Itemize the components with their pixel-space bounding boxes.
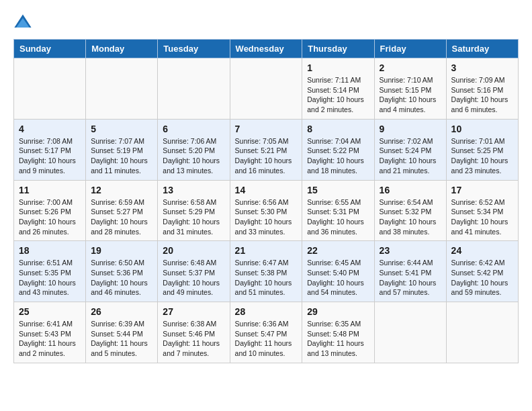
calendar-cell: 25Sunrise: 6:41 AM Sunset: 5:43 PM Dayli… [14,302,86,363]
day-info: Sunrise: 6:51 AM Sunset: 5:35 PM Dayligh… [19,258,81,298]
calendar-cell: 12Sunrise: 6:59 AM Sunset: 5:27 PM Dayli… [86,180,158,241]
day-info: Sunrise: 6:36 AM Sunset: 5:47 PM Dayligh… [235,319,298,359]
day-number: 23 [380,245,441,256]
calendar-week-4: 25Sunrise: 6:41 AM Sunset: 5:43 PM Dayli… [14,302,519,363]
day-info: Sunrise: 6:59 AM Sunset: 5:27 PM Dayligh… [91,197,152,237]
logo-icon [13,13,32,32]
header-friday: Friday [374,40,446,58]
calendar-cell [446,302,518,363]
day-number: 17 [451,185,513,195]
day-number: 25 [19,306,81,317]
day-info: Sunrise: 7:01 AM Sunset: 5:25 PM Dayligh… [451,136,513,176]
day-info: Sunrise: 6:35 AM Sunset: 5:48 PM Dayligh… [307,319,369,359]
logo [13,13,35,32]
day-number: 22 [307,245,369,256]
header-thursday: Thursday [302,40,374,58]
day-number: 12 [91,185,152,195]
calendar-cell: 8Sunrise: 7:04 AM Sunset: 5:22 PM Daylig… [302,119,374,180]
day-info: Sunrise: 7:06 AM Sunset: 5:20 PM Dayligh… [163,136,224,176]
day-info: Sunrise: 6:39 AM Sunset: 5:44 PM Dayligh… [91,319,152,359]
day-info: Sunrise: 7:10 AM Sunset: 5:15 PM Dayligh… [380,75,441,115]
day-info: Sunrise: 6:47 AM Sunset: 5:38 PM Dayligh… [235,258,298,298]
calendar-cell: 3Sunrise: 7:09 AM Sunset: 5:16 PM Daylig… [446,58,518,120]
calendar-cell: 1Sunrise: 7:11 AM Sunset: 5:14 PM Daylig… [302,58,374,120]
calendar-cell: 24Sunrise: 6:42 AM Sunset: 5:42 PM Dayli… [446,241,518,302]
calendar-cell [374,302,446,363]
calendar-week-3: 18Sunrise: 6:51 AM Sunset: 5:35 PM Dayli… [14,241,519,302]
calendar-cell: 27Sunrise: 6:38 AM Sunset: 5:46 PM Dayli… [158,302,230,363]
calendar-week-0: 1Sunrise: 7:11 AM Sunset: 5:14 PM Daylig… [14,58,519,120]
day-info: Sunrise: 6:38 AM Sunset: 5:46 PM Dayligh… [163,319,224,359]
day-info: Sunrise: 7:08 AM Sunset: 5:17 PM Dayligh… [19,136,81,176]
calendar-cell [14,58,86,120]
calendar-cell: 23Sunrise: 6:44 AM Sunset: 5:41 PM Dayli… [374,241,446,302]
day-number: 10 [451,124,513,134]
calendar-cell: 21Sunrise: 6:47 AM Sunset: 5:38 PM Dayli… [230,241,302,302]
day-number: 9 [380,124,441,134]
day-number: 4 [19,124,81,134]
calendar-cell: 29Sunrise: 6:35 AM Sunset: 5:48 PM Dayli… [302,302,374,363]
day-info: Sunrise: 6:48 AM Sunset: 5:37 PM Dayligh… [163,258,224,298]
calendar-table: SundayMondayTuesdayWednesdayThursdayFrid… [13,39,519,363]
day-number: 27 [163,306,224,317]
day-info: Sunrise: 6:50 AM Sunset: 5:36 PM Dayligh… [91,258,152,298]
day-info: Sunrise: 6:54 AM Sunset: 5:32 PM Dayligh… [380,197,441,237]
day-info: Sunrise: 6:58 AM Sunset: 5:29 PM Dayligh… [163,197,224,237]
calendar-week-1: 4Sunrise: 7:08 AM Sunset: 5:17 PM Daylig… [14,119,519,180]
day-info: Sunrise: 6:55 AM Sunset: 5:31 PM Dayligh… [307,197,369,237]
day-number: 2 [380,62,441,73]
day-info: Sunrise: 7:04 AM Sunset: 5:22 PM Dayligh… [307,136,369,176]
header-tuesday: Tuesday [158,40,230,58]
day-info: Sunrise: 6:44 AM Sunset: 5:41 PM Dayligh… [380,258,441,298]
calendar-cell: 5Sunrise: 7:07 AM Sunset: 5:19 PM Daylig… [86,119,158,180]
day-number: 24 [451,245,513,256]
day-number: 16 [380,185,441,195]
day-info: Sunrise: 7:00 AM Sunset: 5:26 PM Dayligh… [19,197,81,237]
day-info: Sunrise: 7:07 AM Sunset: 5:19 PM Dayligh… [91,136,152,176]
day-number: 26 [91,306,152,317]
day-number: 18 [19,245,81,256]
calendar-cell: 19Sunrise: 6:50 AM Sunset: 5:36 PM Dayli… [86,241,158,302]
day-number: 6 [163,124,224,134]
day-number: 7 [235,124,298,134]
page-header [13,13,519,32]
header-wednesday: Wednesday [230,40,302,58]
day-info: Sunrise: 7:05 AM Sunset: 5:21 PM Dayligh… [235,136,298,176]
calendar-cell: 26Sunrise: 6:39 AM Sunset: 5:44 PM Dayli… [86,302,158,363]
day-info: Sunrise: 6:41 AM Sunset: 5:43 PM Dayligh… [19,319,81,359]
day-number: 8 [307,124,369,134]
day-number: 1 [307,62,369,73]
header-saturday: Saturday [446,40,518,58]
calendar-cell: 28Sunrise: 6:36 AM Sunset: 5:47 PM Dayli… [230,302,302,363]
calendar-cell: 14Sunrise: 6:56 AM Sunset: 5:30 PM Dayli… [230,180,302,241]
calendar-cell: 20Sunrise: 6:48 AM Sunset: 5:37 PM Dayli… [158,241,230,302]
day-number: 28 [235,306,298,317]
day-number: 21 [235,245,298,256]
day-number: 13 [163,185,224,195]
day-number: 3 [451,62,513,73]
day-info: Sunrise: 6:42 AM Sunset: 5:42 PM Dayligh… [451,258,513,298]
calendar-cell: 16Sunrise: 6:54 AM Sunset: 5:32 PM Dayli… [374,180,446,241]
calendar-cell: 22Sunrise: 6:45 AM Sunset: 5:40 PM Dayli… [302,241,374,302]
day-info: Sunrise: 7:11 AM Sunset: 5:14 PM Dayligh… [307,75,369,115]
day-number: 29 [307,306,369,317]
day-info: Sunrise: 6:45 AM Sunset: 5:40 PM Dayligh… [307,258,369,298]
calendar-cell: 17Sunrise: 6:52 AM Sunset: 5:34 PM Dayli… [446,180,518,241]
calendar-cell: 10Sunrise: 7:01 AM Sunset: 5:25 PM Dayli… [446,119,518,180]
calendar-cell [86,58,158,120]
calendar-cell [230,58,302,120]
day-number: 5 [91,124,152,134]
day-info: Sunrise: 7:02 AM Sunset: 5:24 PM Dayligh… [380,136,441,176]
day-number: 15 [307,185,369,195]
calendar-cell: 13Sunrise: 6:58 AM Sunset: 5:29 PM Dayli… [158,180,230,241]
day-number: 20 [163,245,224,256]
calendar-cell: 15Sunrise: 6:55 AM Sunset: 5:31 PM Dayli… [302,180,374,241]
calendar-header-row: SundayMondayTuesdayWednesdayThursdayFrid… [14,40,519,58]
day-number: 19 [91,245,152,256]
day-number: 11 [19,185,81,195]
day-info: Sunrise: 6:56 AM Sunset: 5:30 PM Dayligh… [235,197,298,237]
calendar-week-2: 11Sunrise: 7:00 AM Sunset: 5:26 PM Dayli… [14,180,519,241]
calendar-cell: 2Sunrise: 7:10 AM Sunset: 5:15 PM Daylig… [374,58,446,120]
calendar-cell: 9Sunrise: 7:02 AM Sunset: 5:24 PM Daylig… [374,119,446,180]
day-number: 14 [235,185,298,195]
